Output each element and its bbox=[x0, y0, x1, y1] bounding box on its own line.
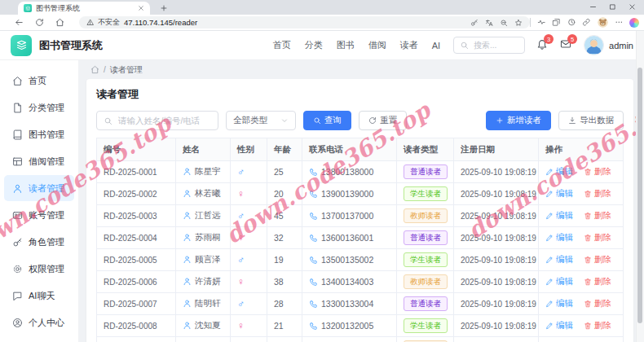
nav-item-ai[interactable]: AI bbox=[432, 41, 440, 50]
history-icon[interactable] bbox=[567, 18, 576, 27]
translate-icon[interactable] bbox=[485, 19, 493, 27]
header-search[interactable] bbox=[453, 37, 525, 54]
notifications-button[interactable]: 3 bbox=[536, 38, 548, 52]
scrollbar-thumb[interactable] bbox=[637, 68, 642, 323]
window-controls bbox=[589, 0, 636, 14]
reader-type-select[interactable]: 全部类型 bbox=[226, 111, 296, 130]
edit-button[interactable]: 编辑 bbox=[545, 298, 573, 309]
essentials-icon[interactable] bbox=[537, 18, 546, 27]
browser-actions bbox=[530, 15, 640, 30]
maximize-icon[interactable] bbox=[609, 3, 616, 11]
delete-button[interactable]: 删除 bbox=[584, 166, 611, 178]
reader-type-badge: 学生读者 bbox=[404, 318, 448, 333]
age-cell: 45 bbox=[267, 205, 302, 227]
delete-button[interactable]: 删除 bbox=[584, 188, 611, 200]
minimize-icon[interactable] bbox=[589, 3, 597, 11]
nav-item-home[interactable]: 首页 bbox=[273, 39, 291, 51]
nav-item-category[interactable]: 分类 bbox=[305, 39, 323, 51]
delete-button[interactable]: 删除 bbox=[584, 298, 611, 309]
export-data-button[interactable]: 导出数据 bbox=[558, 111, 624, 130]
edit-button[interactable]: 编辑 bbox=[545, 210, 573, 221]
search-icon bbox=[460, 41, 469, 50]
reader-type-cell: 学生读者 bbox=[397, 249, 454, 271]
sidebar-item-label: 账号管理 bbox=[29, 209, 64, 221]
key-icon[interactable] bbox=[470, 19, 479, 27]
delete-button[interactable]: 删除 bbox=[584, 276, 611, 287]
zoom-icon[interactable] bbox=[500, 19, 508, 27]
sidebar-item-category[interactable]: 分类管理 bbox=[4, 94, 74, 121]
delete-icon bbox=[584, 322, 592, 330]
column-header: 编号 bbox=[97, 138, 176, 161]
scrollbar-track[interactable] bbox=[636, 31, 644, 342]
home-icon[interactable] bbox=[55, 18, 64, 27]
reader-search[interactable] bbox=[96, 111, 218, 130]
edit-button[interactable]: 编辑 bbox=[545, 276, 573, 287]
query-button[interactable]: 查询 bbox=[303, 111, 351, 130]
collections-icon[interactable] bbox=[552, 18, 561, 27]
edit-button[interactable]: 编辑 bbox=[545, 166, 573, 178]
browser-toolbar: 不安全 47.110.74.145/reader bbox=[0, 15, 644, 31]
refresh-icon[interactable] bbox=[35, 18, 44, 27]
reader-name: 沈知夏 bbox=[195, 320, 221, 330]
browser-tab[interactable]: 图书管理系统 bbox=[18, 2, 150, 15]
profile-avatar[interactable] bbox=[598, 17, 608, 28]
bookmark-star-icon[interactable] bbox=[514, 19, 523, 27]
link-icon[interactable] bbox=[582, 18, 591, 27]
delete-button[interactable]: 删除 bbox=[584, 320, 611, 331]
sidebar-item-borrow[interactable]: 借阅管理 bbox=[4, 148, 74, 174]
age-cell: 38 bbox=[267, 271, 302, 293]
male-icon: ♂ bbox=[237, 298, 245, 309]
delete-button[interactable]: 删除 bbox=[584, 210, 611, 221]
edit-button[interactable]: 编辑 bbox=[545, 188, 573, 200]
edit-button[interactable]: 编辑 bbox=[545, 232, 573, 243]
phone-icon bbox=[309, 256, 318, 265]
age-cell: 32 bbox=[267, 227, 302, 249]
url-text[interactable]: 47.110.74.145/reader bbox=[124, 18, 197, 27]
edit-button[interactable]: 编辑 bbox=[545, 320, 573, 331]
back-icon[interactable] bbox=[15, 18, 24, 27]
sidebar-item-account[interactable]: 账号管理 bbox=[4, 202, 74, 228]
user-icon bbox=[183, 167, 192, 176]
security-label[interactable]: 不安全 bbox=[98, 17, 120, 28]
tab-close-icon[interactable] bbox=[138, 5, 144, 11]
register-date-cell: 2025-09-10 19:08:19 bbox=[454, 205, 539, 227]
more-icon[interactable] bbox=[615, 18, 624, 27]
reader-name: 苏雨桐 bbox=[195, 232, 221, 242]
sidebar-item-profile[interactable]: 个人中心 bbox=[4, 309, 74, 335]
sidebar-item-book[interactable]: 图书管理 bbox=[4, 121, 74, 147]
header-search-input[interactable] bbox=[472, 40, 518, 50]
add-reader-button[interactable]: 新增读者 bbox=[486, 111, 551, 130]
close-icon[interactable] bbox=[629, 3, 636, 11]
reader-search-input[interactable] bbox=[117, 115, 211, 126]
reset-button[interactable]: 重置 bbox=[359, 111, 407, 130]
column-header: 操作 bbox=[539, 138, 624, 161]
nav-item-readers[interactable]: 读者 bbox=[400, 39, 418, 51]
browser-nav-buttons bbox=[15, 15, 64, 30]
edit-label: 编辑 bbox=[556, 298, 573, 309]
user-menu[interactable]: admin bbox=[584, 35, 633, 55]
actions-cell: 编辑删除 bbox=[539, 337, 624, 342]
copilot-icon[interactable] bbox=[629, 18, 639, 28]
query-button-label: 查询 bbox=[324, 115, 342, 126]
address-bar[interactable]: 不安全 47.110.74.145/reader bbox=[79, 16, 530, 28]
delete-button[interactable]: 删除 bbox=[584, 232, 611, 243]
sidebar-item-ai-chat[interactable]: AI聊天 bbox=[4, 283, 74, 309]
reset-button-label: 重置 bbox=[380, 115, 397, 126]
nav-item-books[interactable]: 图书 bbox=[337, 39, 355, 51]
gender-cell: ♀ bbox=[231, 315, 267, 337]
new-tab-button[interactable] bbox=[160, 4, 168, 12]
add-reader-label: 新增读者 bbox=[507, 115, 541, 126]
breadcrumb-home-icon[interactable] bbox=[90, 65, 99, 74]
messages-button[interactable]: 5 bbox=[560, 38, 571, 52]
reader-name: 陆明轩 bbox=[195, 298, 221, 308]
delete-button[interactable]: 删除 bbox=[584, 254, 611, 265]
sidebar-item-home[interactable]: 首页 bbox=[4, 68, 74, 94]
register-date-cell: 2025-09-10 19:08:19 bbox=[454, 161, 539, 183]
sidebar-item-permission[interactable]: 权限管理 bbox=[4, 256, 74, 282]
nav-item-borrow[interactable]: 借阅 bbox=[368, 39, 386, 51]
user-avatar[interactable] bbox=[584, 35, 604, 55]
sidebar-item-role[interactable]: 角色管理 bbox=[4, 229, 74, 255]
edit-button[interactable]: 编辑 bbox=[545, 254, 573, 265]
reader-name-cell: 陈星宇 bbox=[176, 161, 231, 183]
sidebar-item-reader[interactable]: 读者管理 bbox=[4, 175, 74, 201]
